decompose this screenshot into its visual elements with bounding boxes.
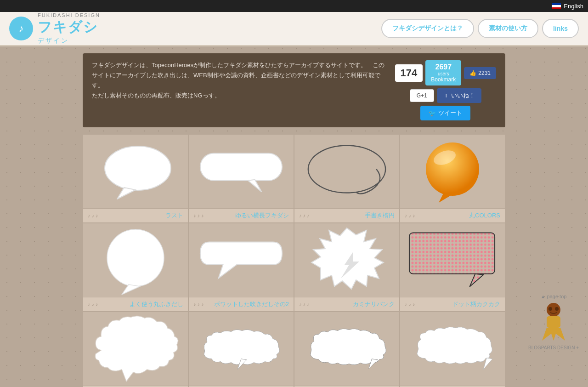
speech-item-0[interactable]: ♪ ♪ ♪ ラスト [83, 134, 188, 223]
note-icons-0: ♪ ♪ ♪ [88, 213, 98, 218]
top-bar: English [0, 0, 588, 12]
speech-title-2: 手書き楕円 [365, 211, 395, 220]
speech-item-2[interactable]: ♪ ♪ ♪ 手書き楕円 [294, 134, 400, 223]
svg-marker-12 [470, 274, 484, 287]
svg-marker-7 [439, 194, 452, 203]
speech-preview-0 [83, 135, 188, 208]
note-icons-1: ♪ ♪ ♪ [193, 213, 204, 218]
svg-point-0 [105, 146, 171, 190]
header: ♪ FUKIDASHI DESIGN フキダシ デザイン フキダシデザインとは？… [0, 12, 588, 46]
note-icons-4: ♪ ♪ ♪ [88, 302, 98, 307]
note-icons-5: ♪ ♪ ♪ [193, 302, 204, 307]
like-button[interactable]: 👍 2231 [464, 67, 496, 79]
speech-label-2: ♪ ♪ ♪ 手書き楕円 [294, 208, 399, 222]
speech-preview-1 [189, 135, 294, 208]
tweet-button[interactable]: 🐦 ツイート [420, 106, 470, 120]
speech-title-0: ラスト [165, 211, 183, 220]
speech-preview-10 [294, 312, 399, 386]
speech-label-7: ♪ ♪ ♪ ドット柄カクカク [400, 297, 505, 311]
speech-preview-2 [294, 135, 399, 208]
svg-point-4 [308, 146, 385, 193]
speech-item-1[interactable]: ♪ ♪ ♪ ゆるい横長フキダシ [188, 134, 294, 223]
speech-title-7: ドット柄カクカク [452, 300, 500, 308]
iine-button[interactable]: f いいね！ [437, 88, 481, 103]
speech-preview-8 [83, 312, 188, 386]
blogparts-label: BLOGPARTS DESIGN + [528, 345, 579, 350]
svg-point-5 [426, 142, 479, 196]
speech-label-0: ♪ ♪ ♪ ラスト [83, 208, 188, 222]
speech-label-6: ♪ ♪ ♪ カミナリバンク [294, 297, 399, 311]
flag-icon [552, 3, 561, 9]
speech-title-1: ゆるい横長フキダシ [235, 211, 289, 220]
logo-text: FUKIDASHI DESIGN フキダシ デザイン [38, 12, 100, 45]
thumbs-icon: 👍 [469, 70, 476, 76]
svg-point-8 [107, 229, 164, 286]
info-line1: フキダシデザインは、TopeconHeroesが制作したフキダシ素材をひたすらア… [92, 62, 384, 89]
speech-item-6[interactable]: ♪ ♪ ♪ カミナリバンク [294, 223, 400, 312]
speech-preview-6 [294, 223, 399, 297]
social-top-row: 174 2697 users Bookmark 👍 2231 [395, 60, 496, 85]
logo-sub: デザイン [38, 37, 100, 45]
note-icons-7: ♪ ♪ ♪ [405, 302, 415, 307]
social-area: 174 2697 users Bookmark 👍 2231 G+1 f いいね… [395, 60, 496, 120]
speech-item-8[interactable]: ♪ ♪ ♪ フレームデザインからの移植 [83, 312, 188, 387]
note-icons-6: ♪ ♪ ♪ [299, 302, 310, 307]
speech-preview-5 [189, 223, 294, 297]
tweet-label: ツイート [438, 109, 462, 117]
nav-about[interactable]: フキダシデザインとは？ [381, 19, 474, 38]
speech-label-4: ♪ ♪ ♪ よく使う丸ふきだし [83, 297, 188, 311]
speech-preview-9 [189, 312, 294, 386]
logo-area: ♪ FUKIDASHI DESIGN フキダシ デザイン [9, 12, 100, 45]
speech-preview-7 [400, 223, 505, 297]
svg-point-16 [547, 303, 560, 317]
language-label[interactable]: English [564, 3, 583, 10]
svg-marker-1 [117, 188, 136, 199]
social-row2: G+1 f いいね！ [410, 88, 481, 103]
gplus-button[interactable]: G+1 [410, 89, 434, 102]
like-count: 2231 [478, 70, 491, 76]
logo-icon: ♪ [9, 17, 33, 40]
logo-tagline: FUKIDASHI DESIGN [38, 12, 100, 18]
speech-label-5: ♪ ♪ ♪ ボワットした吹きだしその2 [189, 297, 294, 311]
main-nav: フキダシデザインとは？ 素材の使い方 links [381, 19, 579, 38]
svg-marker-3 [248, 180, 262, 192]
info-text: フキダシデザインは、TopeconHeroesが制作したフキダシ素材をひたすらア… [92, 60, 386, 120]
speech-item-4[interactable]: ♪ ♪ ♪ よく使う丸ふきだし [83, 223, 188, 312]
speech-preview-4 [83, 223, 188, 297]
info-line2: ただし素材そのものの再配布、販売はNGっす。 [92, 92, 220, 99]
page-top-label[interactable]: ▲ page top [541, 294, 567, 299]
logo-main: フキダシ [38, 18, 100, 37]
svg-point-20 [555, 307, 559, 311]
speech-item-9[interactable]: ♪ ♪ ♪ 細いモコモコ6 [188, 312, 294, 387]
svg-rect-17 [547, 316, 560, 328]
svg-point-19 [548, 307, 552, 311]
speech-item-5[interactable]: ♪ ♪ ♪ ボワットした吹きだしその2 [188, 223, 294, 312]
svg-marker-18 [542, 328, 565, 341]
speech-label-1: ♪ ♪ ♪ ゆるい横長フキダシ [189, 208, 294, 222]
count-display: 174 [395, 64, 423, 82]
info-box: フキダシデザインは、TopeconHeroesが制作したフキダシ素材をひたすらア… [83, 53, 505, 127]
speech-item-11[interactable]: ♪ ♪ ♪ 細いモコモコ4 [400, 312, 505, 387]
note-icons-3: ♪ ♪ ♪ [405, 213, 415, 218]
svg-marker-9 [122, 285, 140, 295]
speech-title-3: 丸COLORS [469, 211, 500, 220]
speech-item-7[interactable]: ♪ ♪ ♪ ドット柄カクカク [400, 223, 505, 312]
speech-title-4: よく使う丸ふきだし [130, 300, 183, 308]
iine-label: いいね！ [451, 91, 475, 100]
speech-title-6: カミナリバンク [353, 300, 395, 308]
speech-preview-11 [400, 312, 505, 386]
speech-label-3: ♪ ♪ ♪ 丸COLORS [400, 208, 505, 222]
bookmark-sub-label: Bookmark [431, 76, 456, 83]
nav-howto[interactable]: 素材の使い方 [478, 19, 538, 38]
speech-item-10[interactable]: ♪ ♪ ♪ 細いモコモコ5 [294, 312, 400, 387]
social-row3: 🐦 ツイート [420, 106, 470, 120]
speech-preview-3 [400, 135, 505, 208]
speech-item-3[interactable]: ♪ ♪ ♪ 丸COLORS [400, 134, 505, 223]
svg-rect-2 [200, 153, 282, 180]
nav-links[interactable]: links [542, 19, 579, 38]
speech-title-5: ボワットした吹きだしその2 [214, 300, 289, 308]
bookmark-button[interactable]: 2697 users Bookmark [425, 60, 461, 85]
speech-bubble-grid: ♪ ♪ ♪ ラスト ♪ ♪ ♪ ゆるい横長フキダシ [83, 134, 505, 387]
note-icons-2: ♪ ♪ ♪ [299, 213, 310, 218]
bookmark-users-label: users [431, 71, 456, 76]
